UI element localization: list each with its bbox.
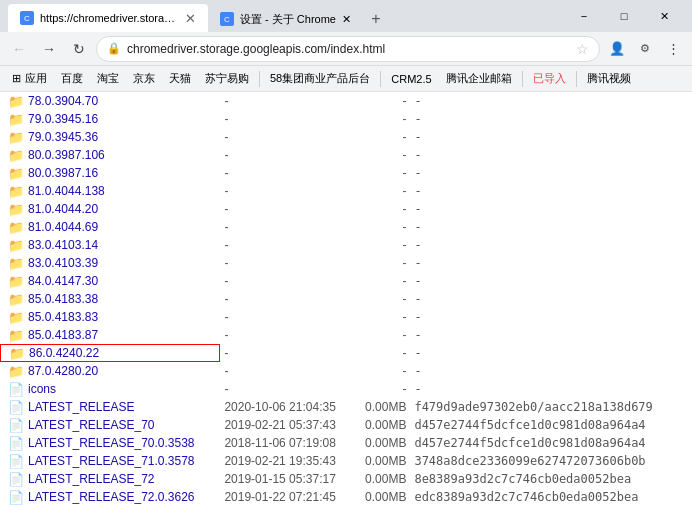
menu-button[interactable]: ⋮ xyxy=(660,36,686,62)
title-bar: C https://chromedriver.storage... ✕ C 设置… xyxy=(0,0,692,32)
new-tab-button[interactable]: + xyxy=(363,6,389,32)
extensions-button[interactable]: ⚙ xyxy=(632,36,658,62)
file-link[interactable]: LATEST_RELEASE_71.0.3578 xyxy=(28,454,195,468)
bookmark-apps-label: 应用 xyxy=(25,71,47,86)
file-link[interactable]: 83.0.4103.14 xyxy=(28,238,98,252)
address-input[interactable] xyxy=(127,42,570,56)
file-link[interactable]: 87.0.4280.20 xyxy=(28,364,98,378)
file-link[interactable]: icons xyxy=(28,382,56,396)
file-link[interactable]: 80.0.3987.106 xyxy=(28,148,105,162)
file-link[interactable]: 80.0.3987.16 xyxy=(28,166,98,180)
refresh-button[interactable]: ↻ xyxy=(66,36,92,62)
tab1-close[interactable]: ✕ xyxy=(185,11,196,26)
file-size-cell: - xyxy=(350,146,410,164)
folder-icon: 📁 xyxy=(8,364,24,379)
file-hash-cell: - xyxy=(410,218,692,236)
file-link[interactable]: 81.0.4044.138 xyxy=(28,184,105,198)
file-hash-cell: - xyxy=(410,326,692,344)
table-row: 📄LATEST_RELEASE_702019-02-21 05:37:430.0… xyxy=(0,416,692,434)
bookmark-tencent-video[interactable]: 腾讯视频 xyxy=(581,69,637,88)
file-link[interactable]: 81.0.4044.69 xyxy=(28,220,98,234)
file-size-cell: 0.00MB xyxy=(350,452,410,470)
file-size-cell: - xyxy=(350,110,410,128)
file-name-cell: 📄LATEST_RELEASE_72.0.3626 xyxy=(0,488,220,506)
user-account-button[interactable]: 👤 xyxy=(604,36,630,62)
back-button[interactable]: ← xyxy=(6,36,32,62)
bookmark-tencent-mail-label: 腾讯企业邮箱 xyxy=(446,71,512,86)
table-row: 📄LATEST_RELEASE_71.0.35782019-02-21 19:3… xyxy=(0,452,692,470)
forward-button[interactable]: → xyxy=(36,36,62,62)
file-icon: 📄 xyxy=(8,490,24,505)
file-name-cell: 📁83.0.4103.39 xyxy=(0,254,220,272)
file-name-cell: 📁84.0.4147.30 xyxy=(0,272,220,290)
file-link[interactable]: LATEST_RELEASE_70 xyxy=(28,418,155,432)
bookmark-jd[interactable]: 京东 xyxy=(127,69,161,88)
table-row: 📁81.0.4044.138--- xyxy=(0,182,692,200)
separator-2 xyxy=(380,71,381,87)
tab2-close[interactable]: ✕ xyxy=(342,13,351,26)
folder-icon: 📁 xyxy=(8,148,24,163)
file-hash-cell: - xyxy=(410,236,692,254)
file-date-cell: - xyxy=(220,110,350,128)
file-date-cell: - xyxy=(220,308,350,326)
bookmark-58[interactable]: 58集团商业产品后台 xyxy=(264,69,376,88)
bookmark-tencent-mail[interactable]: 腾讯企业邮箱 xyxy=(440,69,518,88)
file-size-cell: - xyxy=(350,128,410,146)
file-link[interactable]: 86.0.4240.22 xyxy=(29,346,99,360)
bookmark-tianmao[interactable]: 天猫 xyxy=(163,69,197,88)
file-name-cell: 📁81.0.4044.20 xyxy=(0,200,220,218)
bookmark-star-icon[interactable]: ☆ xyxy=(576,41,589,57)
tab-chromedriver[interactable]: C https://chromedriver.storage... ✕ xyxy=(8,4,208,32)
file-name-cell: 📁87.0.4280.20 xyxy=(0,362,220,380)
file-link[interactable]: 85.0.4183.83 xyxy=(28,310,98,324)
table-row: 📁83.0.4103.39--- xyxy=(0,254,692,272)
file-hash-cell: - xyxy=(410,290,692,308)
file-link[interactable]: 79.0.3945.36 xyxy=(28,130,98,144)
apps-icon: ⊞ xyxy=(12,72,21,85)
file-link[interactable]: 78.0.3904.70 xyxy=(28,94,98,108)
bookmark-apps[interactable]: ⊞ 应用 xyxy=(6,69,53,88)
bookmark-baidu[interactable]: 百度 xyxy=(55,69,89,88)
bookmark-imported[interactable]: 已导入 xyxy=(527,69,572,88)
file-name-cell: 📁80.0.3987.16 xyxy=(0,164,220,182)
file-hash-cell: d457e2744f5dcfce1d0c981d08a964a4 xyxy=(410,434,692,452)
file-name-cell: 📁85.0.4183.83 xyxy=(0,308,220,326)
bookmark-taobao-label: 淘宝 xyxy=(97,71,119,86)
file-hash-cell: 8e8389a93d2c7c746cb0eda0052bea xyxy=(410,470,692,488)
file-hash-cell: d457e2744f5dcfce1d0c981d08a964a4 xyxy=(410,416,692,434)
close-button[interactable]: ✕ xyxy=(644,0,684,32)
file-size-cell: - xyxy=(350,380,410,398)
file-link[interactable]: 81.0.4044.20 xyxy=(28,202,98,216)
file-name-cell: 📁85.0.4183.38 xyxy=(0,290,220,308)
file-link[interactable]: 79.0.3945.16 xyxy=(28,112,98,126)
bookmark-taobao[interactable]: 淘宝 xyxy=(91,69,125,88)
folder-icon: 📁 xyxy=(8,292,24,307)
file-link[interactable]: 83.0.4103.39 xyxy=(28,256,98,270)
favicon-1: C xyxy=(20,11,34,25)
file-hash-cell: - xyxy=(410,164,692,182)
folder-icon: 📁 xyxy=(8,166,24,181)
tab-settings[interactable]: C 设置 - 关于 Chrome ✕ xyxy=(208,6,363,32)
table-row: 📁81.0.4044.20--- xyxy=(0,200,692,218)
file-link[interactable]: 85.0.4183.38 xyxy=(28,292,98,306)
file-link[interactable]: LATEST_RELEASE_70.0.3538 xyxy=(28,436,195,450)
table-row: 📁79.0.3945.16--- xyxy=(0,110,692,128)
bookmark-suning[interactable]: 苏宁易购 xyxy=(199,69,255,88)
file-icon: 📄 xyxy=(8,418,24,433)
file-link[interactable]: 84.0.4147.30 xyxy=(28,274,98,288)
file-link[interactable]: LATEST_RELEASE_72.0.3626 xyxy=(28,490,195,504)
file-hash-cell: - xyxy=(410,308,692,326)
maximize-button[interactable]: □ xyxy=(604,0,644,32)
bookmark-crm-label: CRM2.5 xyxy=(391,73,431,85)
tab1-title: https://chromedriver.storage... xyxy=(40,12,179,24)
file-link[interactable]: LATEST_RELEASE xyxy=(28,400,135,414)
minimize-button[interactable]: − xyxy=(564,0,604,32)
file-table: 📁78.0.3904.70---📁79.0.3945.16---📁79.0.39… xyxy=(0,92,692,506)
file-link[interactable]: LATEST_RELEASE_72 xyxy=(28,472,155,486)
file-name-cell: 📁81.0.4044.138 xyxy=(0,182,220,200)
file-date-cell: 2019-02-21 05:37:43 xyxy=(220,416,350,434)
file-link[interactable]: 85.0.4183.87 xyxy=(28,328,98,342)
bookmark-crm[interactable]: CRM2.5 xyxy=(385,71,437,87)
file-name-cell: 📄icons xyxy=(0,380,220,398)
file-name-cell: 📄LATEST_RELEASE_72 xyxy=(0,470,220,488)
